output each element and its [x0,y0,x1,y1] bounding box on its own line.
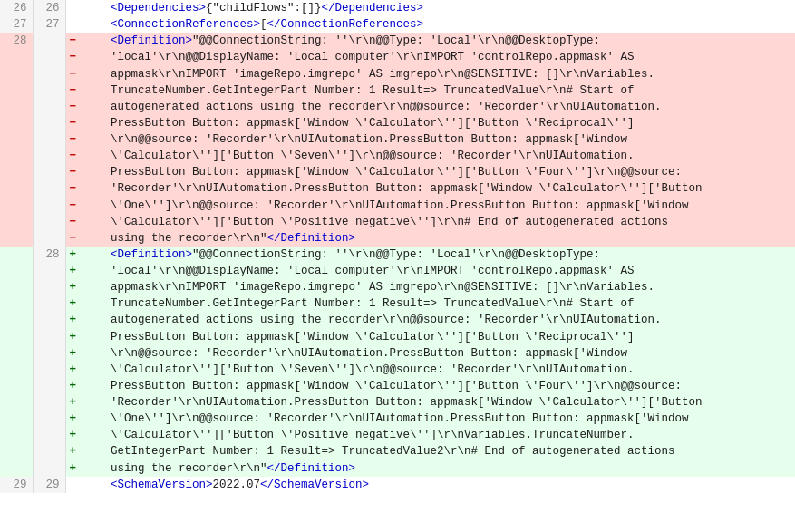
diff-content: 'Recorder'\r\nUIAutomation.PressButton B… [80,180,795,197]
line-num-right [33,378,65,394]
diff-content: PressButton Button: appmask['Window \'Ca… [80,164,795,180]
table-row: − TruncateNumber.GetIntegerPart Number: … [0,82,795,99]
diff-content: \'Calculator\'']['Button \'Seven\'']\r\n… [80,362,795,378]
table-row: 2929 <SchemaVersion>2022.07</SchemaVersi… [0,477,795,493]
diff-content: autogenerated actions using the recorder… [80,312,795,328]
diff-content: \'Calculator\'']['Button \'Positive nega… [80,427,795,443]
line-num-right [33,394,65,411]
line-num-right [33,329,65,345]
diff-marker: + [65,394,80,411]
line-num-right [33,427,65,443]
line-num-right [33,180,65,197]
line-num-right [33,214,65,230]
diff-marker: + [65,279,80,295]
line-num-right: 27 [33,16,65,33]
table-row: 28+ <Definition>"@@ConnectionString: ''\… [0,247,795,263]
line-num-right [33,295,65,312]
diff-content: using the recorder\r\n"</Definition> [80,460,795,477]
diff-content: \'Calculator\'']['Button \'Positive nega… [80,214,795,230]
line-num-left [0,49,33,65]
line-num-left [0,295,33,312]
line-num-left [0,394,33,411]
diff-marker: + [65,295,80,312]
table-row: + autogenerated actions using the record… [0,312,795,328]
line-num-left: 28 [0,33,33,49]
line-num-left [0,443,33,459]
diff-content: 'local'\r\n@@DisplayName: 'Local compute… [80,49,795,65]
line-num-right [33,443,65,459]
table-row: 2626 <Dependencies>{"childFlows":[]}</De… [0,0,795,16]
line-num-left [0,180,33,197]
line-num-left: 27 [0,16,33,33]
diff-marker: + [65,411,80,427]
diff-content: \'One\'']\r\n@@source: 'Recorder'\r\nUIA… [80,411,795,427]
line-num-left [0,247,33,263]
line-num-right [33,198,65,214]
diff-marker: + [65,247,80,263]
diff-marker: + [65,443,80,459]
line-num-right [33,362,65,378]
table-row: + using the recorder\r\n"</Definition> [0,460,795,477]
diff-content: <Definition>"@@ConnectionString: ''\r\n@… [80,247,795,263]
line-num-right [33,263,65,279]
table-row: − appmask\r\nIMPORT 'imageRepo.imgrepo' … [0,66,795,82]
line-num-left: 26 [0,0,33,16]
table-row: − \'One\'']\r\n@@source: 'Recorder'\r\nU… [0,198,795,214]
line-num-left [0,263,33,279]
line-num-left [0,198,33,214]
diff-marker: − [65,82,80,99]
table-row: − autogenerated actions using the record… [0,99,795,115]
line-num-right [33,279,65,295]
diff-content: appmask\r\nIMPORT 'imageRepo.imgrepo' AS… [80,66,795,82]
line-num-right: 29 [33,477,65,493]
diff-content: TruncateNumber.GetIntegerPart Number: 1 … [80,82,795,99]
line-num-right [33,49,65,65]
line-num-left [0,427,33,443]
line-num-right [33,131,65,148]
diff-marker: − [65,115,80,131]
line-num-right: 26 [33,0,65,16]
table-row: + appmask\r\nIMPORT 'imageRepo.imgrepo' … [0,279,795,295]
table-row: + TruncateNumber.GetIntegerPart Number: … [0,295,795,312]
line-num-left [0,230,33,247]
line-num-right [33,312,65,328]
diff-marker: + [65,460,80,477]
diff-content: GetIntegerPart Number: 1 Result=> Trunca… [80,443,795,459]
diff-marker: − [65,131,80,148]
diff-content: \r\n@@source: 'Recorder'\r\nUIAutomation… [80,345,795,362]
diff-marker [65,0,80,16]
line-num-left [0,279,33,295]
diff-content: using the recorder\r\n"</Definition> [80,230,795,247]
diff-marker: − [65,66,80,82]
table-row: + PressButton Button: appmask['Window \'… [0,378,795,394]
diff-marker [65,16,80,33]
diff-content: appmask\r\nIMPORT 'imageRepo.imgrepo' AS… [80,279,795,295]
diff-view: 2626 <Dependencies>{"childFlows":[]}</De… [0,0,795,532]
line-num-left [0,66,33,82]
table-row: − 'Recorder'\r\nUIAutomation.PressButton… [0,180,795,197]
table-row: 2727 <ConnectionReferences>[</Connection… [0,16,795,33]
line-num-right [33,82,65,99]
diff-content: PressButton Button: appmask['Window \'Ca… [80,329,795,345]
table-row: 28− <Definition>"@@ConnectionString: ''\… [0,33,795,49]
table-row: − \r\n@@source: 'Recorder'\r\nUIAutomati… [0,131,795,148]
diff-content: TruncateNumber.GetIntegerPart Number: 1 … [80,295,795,312]
diff-marker: − [65,214,80,230]
table-row: + \'Calculator\'']['Button \'Seven\'']\r… [0,362,795,378]
diff-content: PressButton Button: appmask['Window \'Ca… [80,115,795,131]
line-num-right [33,99,65,115]
line-num-right [33,460,65,477]
table-row: − PressButton Button: appmask['Window \'… [0,115,795,131]
diff-marker: − [65,148,80,164]
diff-marker: + [65,312,80,328]
diff-marker: − [65,230,80,247]
line-num-right [33,33,65,49]
line-num-right: 28 [33,247,65,263]
line-num-left [0,131,33,148]
line-num-left [0,312,33,328]
diff-marker: − [65,49,80,65]
table-row: + \'Calculator\'']['Button \'Positive ne… [0,427,795,443]
line-num-left [0,115,33,131]
table-row: − \'Calculator\'']['Button \'Positive ne… [0,214,795,230]
diff-marker: − [65,198,80,214]
